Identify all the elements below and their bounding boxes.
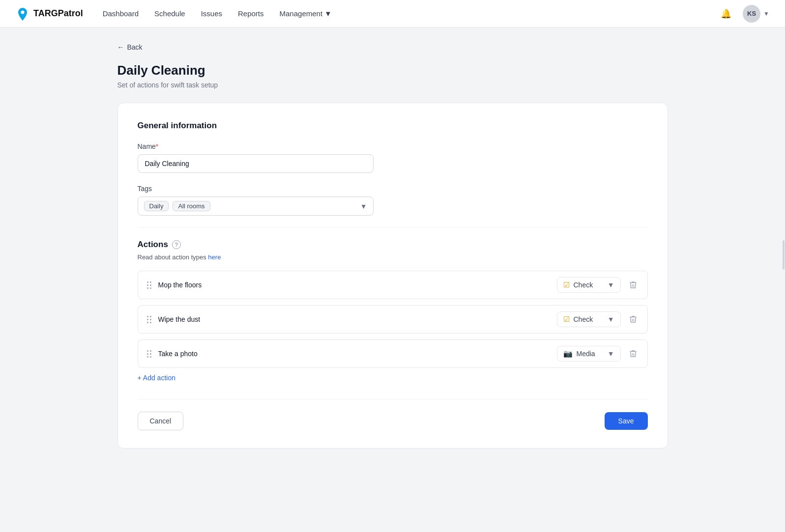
tags-label: Tags — [138, 185, 648, 193]
tag-daily: Daily — [144, 201, 169, 211]
card-footer: Cancel Save — [138, 399, 648, 430]
actions-hint-link[interactable]: here — [208, 253, 221, 261]
navbar: TARGPatrol Dashboard Schedule Issues Rep… — [0, 0, 785, 28]
tags-select[interactable]: Daily All rooms ▼ — [138, 196, 374, 216]
scrollbar-thumb[interactable] — [783, 240, 785, 270]
general-info-title: General information — [138, 121, 648, 131]
logo-text: TARGPatrol — [33, 8, 83, 19]
action-type-chevron-1: ▼ — [608, 281, 614, 289]
nav-issues[interactable]: Issues — [201, 9, 222, 18]
actions-help-icon[interactable]: ? — [172, 240, 181, 249]
media-icon-3: 📷 — [563, 349, 573, 358]
actions-header: Actions ? — [138, 240, 648, 250]
delete-action-3[interactable] — [627, 347, 640, 360]
user-menu-chevron-icon: ▼ — [763, 10, 769, 17]
tags-chevron-icon: ▼ — [360, 202, 367, 210]
action-name-input-2[interactable] — [158, 315, 551, 323]
svg-point-0 — [21, 10, 25, 14]
action-name-input-3[interactable] — [158, 350, 551, 358]
nav-schedule[interactable]: Schedule — [154, 9, 185, 18]
action-type-chevron-2: ▼ — [608, 315, 614, 323]
add-action-label: + Add action — [138, 374, 175, 382]
action-type-select-2[interactable]: ☑ Check ▼ — [557, 311, 621, 327]
delete-action-2[interactable] — [627, 313, 640, 326]
name-label: Name* — [138, 142, 648, 150]
cancel-button[interactable]: Cancel — [138, 412, 184, 430]
page-subtitle: Set of actions for swift task setup — [117, 81, 668, 89]
nav-reports[interactable]: Reports — [238, 9, 264, 18]
tags-field-group: Tags Daily All rooms ▼ — [138, 185, 648, 216]
drag-handle-2[interactable] — [146, 315, 152, 324]
back-arrow-icon: ← — [117, 43, 124, 51]
scrollbar-track — [781, 28, 785, 488]
nav-management[interactable]: Management ▼ — [280, 9, 332, 18]
main-card: General information Name* Tags Daily All… — [117, 103, 668, 448]
action-type-label-3: Media — [577, 350, 604, 358]
action-type-label-1: Check — [574, 281, 604, 289]
required-asterisk: * — [156, 142, 158, 150]
delete-action-1[interactable] — [627, 279, 640, 291]
page-content: ← Back Daily Cleaning Set of actions for… — [98, 28, 688, 488]
notification-bell-icon[interactable]: 🔔 — [717, 5, 735, 23]
tags-list: Daily All rooms — [144, 201, 210, 211]
action-row: ☑ Check ▼ — [138, 271, 648, 299]
check-icon-2: ☑ — [563, 315, 570, 324]
actions-hint: Read about action types here — [138, 253, 648, 261]
add-action-button[interactable]: + Add action — [138, 374, 175, 382]
user-avatar-wrapper[interactable]: KS ▼ — [743, 5, 769, 23]
actions-list: ☑ Check ▼ — [138, 271, 648, 368]
chevron-down-icon: ▼ — [324, 9, 332, 18]
user-avatar: KS — [743, 5, 760, 23]
drag-handle-3[interactable] — [146, 349, 152, 359]
nav-right: 🔔 KS ▼ — [717, 5, 769, 23]
action-type-chevron-3: ▼ — [608, 350, 614, 358]
action-type-label-2: Check — [574, 315, 604, 323]
back-link[interactable]: ← Back — [117, 43, 668, 51]
check-icon-1: ☑ — [563, 280, 570, 289]
action-type-select-3[interactable]: 📷 Media ▼ — [557, 346, 621, 362]
drag-handle-1[interactable] — [146, 280, 152, 290]
logo[interactable]: TARGPatrol — [16, 7, 83, 21]
action-type-select-1[interactable]: ☑ Check ▼ — [557, 277, 621, 293]
nav-dashboard[interactable]: Dashboard — [103, 9, 139, 18]
action-row: 📷 Media ▼ — [138, 339, 648, 368]
name-field-group: Name* — [138, 142, 648, 173]
back-label: Back — [127, 43, 143, 51]
save-button[interactable]: Save — [605, 412, 648, 430]
action-name-input-1[interactable] — [158, 281, 551, 289]
action-row: ☑ Check ▼ — [138, 305, 648, 334]
actions-title: Actions — [138, 240, 168, 250]
page-title: Daily Cleaning — [117, 63, 668, 78]
nav-links: Dashboard Schedule Issues Reports Manage… — [103, 9, 717, 18]
name-input[interactable] — [138, 154, 374, 173]
tag-all-rooms: All rooms — [173, 201, 210, 211]
